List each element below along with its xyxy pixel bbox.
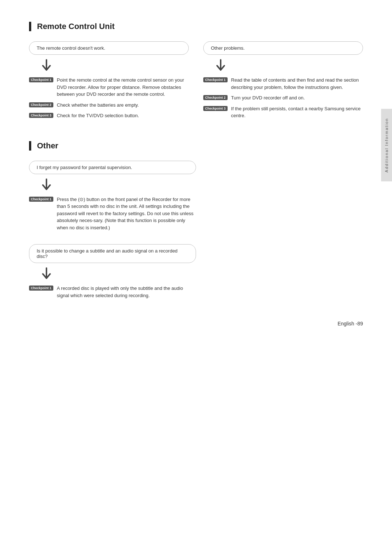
section-title-text: Remote Control Unit [37,22,115,31]
problem-box-other-1: I forget my password for parental superv… [29,161,196,174]
checkpoint-row-r2-2: Checkpoint 2 Turn your DVD recorder off … [203,94,363,102]
checkpoint-text-r2-2: Turn your DVD recorder off and on. [231,94,305,102]
remote-col-1: The remote control doesn't work. Checkpo… [29,41,189,123]
checkpoint-row-other-2-1: Checkpoint 1 A recorded disc is played w… [29,285,196,299]
checkpoint-text-other-1-1: Press the (⊙) button on the front panel … [57,196,196,231]
checkpoint-text-other-2-1: A recorded disc is played with only the … [57,285,196,299]
problem-box-1: The remote control doesn't work. [29,41,189,55]
checkpoint-badge-other-2-1: Checkpoint 1 [29,286,53,291]
checkpoint-text-r1-2: Check whether the batteries are empty. [57,102,139,109]
checkpoint-text-r1-1: Point the remote control at the remote c… [57,77,189,98]
remote-col-2: Other problems. Checkpoint 1 Read the ta… [203,41,363,123]
checkpoint-text-r2-3: If the problem still persists, contact a… [231,105,363,119]
checkpoint-badge-r2-2: Checkpoint 2 [203,95,228,100]
page: Remote Control Unit The remote control d… [0,0,392,356]
checkpoint-row-r1-2: Checkpoint 2 Check whether the batteries… [29,102,189,109]
problem-box-other-2: Is it possible to change a subtitle and … [29,244,196,263]
other-group-1: I forget my password for parental superv… [29,161,196,231]
arrow-down-icon-other-1 [40,178,53,192]
section-title-other-text: Other [37,141,58,151]
other-group-2: Is it possible to change a subtitle and … [29,244,196,299]
arrow-down-other-2 [40,267,196,280]
section-title-other: Other [29,141,363,151]
sidebar-additional-info: Additional Information [381,109,392,181]
remote-columns: The remote control doesn't work. Checkpo… [29,41,363,123]
checkpoint-text-r2-1: Read the table of contents and then find… [231,77,363,91]
section-remote-control: Remote Control Unit The remote control d… [29,22,363,123]
sidebar-label-text: Additional Information [384,118,389,172]
section-bar-other-icon [29,141,31,151]
arrow-down-icon-2 [214,59,227,72]
arrow-down-2 [214,59,363,72]
section-title-remote: Remote Control Unit [29,22,363,31]
checkpoint-badge-r1-1: Checkpoint 1 [29,77,53,82]
checkpoint-row-r1-3: Checkpoint 3 Check for the TV/DVD select… [29,112,189,119]
checkpoint-text-r1-3: Check for the TV/DVD selection button. [57,112,139,119]
checkpoint-badge-r1-2: Checkpoint 2 [29,102,53,107]
problem-box-2: Other problems. [203,41,363,55]
arrow-down-other-1 [40,178,196,192]
section-bar-icon [29,22,31,31]
checkpoint-row-r2-3: Checkpoint 3 If the problem still persis… [203,105,363,119]
checkpoint-badge-r2-1: Checkpoint 1 [203,77,228,82]
checkpoint-row-r2-1: Checkpoint 1 Read the table of contents … [203,77,363,91]
page-number: English -89 [29,321,363,327]
arrow-down-icon-other-2 [40,267,53,280]
checkpoint-badge-other-1-1: Checkpoint 1 [29,197,53,202]
checkpoint-badge-r1-3: Checkpoint 3 [29,113,53,118]
checkpoint-row-other-1-1: Checkpoint 1 Press the (⊙) button on the… [29,196,196,231]
checkpoint-row-r1-1: Checkpoint 1 Point the remote control at… [29,77,189,98]
section-other: Other I forget my password for parental … [29,141,363,299]
arrow-down-1 [40,59,189,72]
arrow-down-icon-1 [40,59,53,72]
checkpoint-badge-r2-3: Checkpoint 3 [203,106,228,111]
